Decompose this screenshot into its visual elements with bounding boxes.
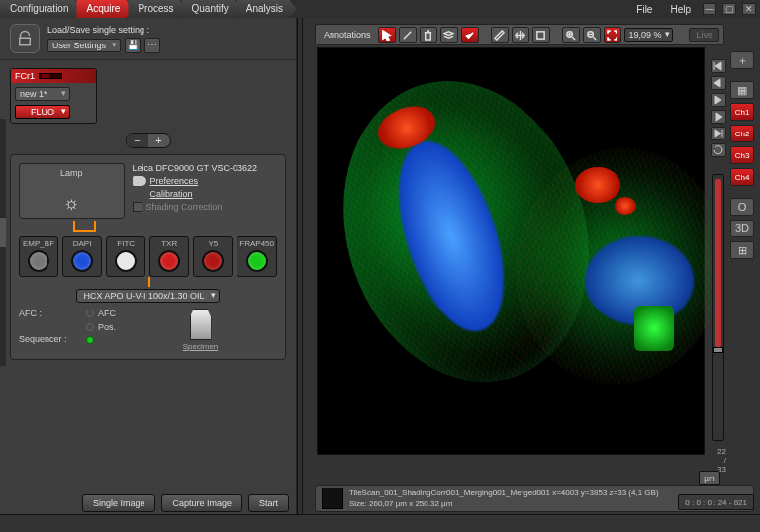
filter-row: EMP_BF DAPI FITC TXR Y5 FRAP450 bbox=[19, 236, 277, 277]
left-panel: Load/Save single setting : User Settings… bbox=[0, 18, 297, 514]
filter-dapi[interactable]: DAPI bbox=[62, 236, 102, 277]
filter-txr[interactable]: TXR bbox=[149, 236, 189, 277]
shading-correction-checkbox[interactable]: Shading Correction bbox=[133, 202, 277, 212]
status-bar bbox=[0, 514, 760, 532]
window-maximize-button[interactable]: ▢ bbox=[722, 3, 736, 15]
tab-process[interactable]: Process bbox=[128, 0, 187, 18]
afc-radio-pos[interactable]: Pos. bbox=[86, 322, 116, 332]
top-tab-bar: Configuration Acquire Process Quantify A… bbox=[0, 0, 760, 18]
thumbnail-icon bbox=[322, 488, 343, 509]
specimen-label[interactable]: Specimen bbox=[183, 342, 219, 351]
objective-icon bbox=[190, 309, 212, 340]
lock-icon[interactable] bbox=[10, 24, 40, 53]
afc-title: AFC : bbox=[19, 309, 78, 318]
filter-fitc[interactable]: FITC bbox=[106, 236, 145, 277]
playback-stack bbox=[711, 59, 726, 157]
camera-model: Leica DFC9000 GT VSC-03622 bbox=[133, 163, 277, 173]
annotations-label: Annotations bbox=[320, 30, 375, 40]
zoom-percentage[interactable]: 19,09 % bbox=[624, 28, 673, 42]
window-close-button[interactable]: ✕ bbox=[742, 3, 756, 15]
user-settings-select[interactable]: User Settings bbox=[48, 39, 121, 52]
prev-frame-button[interactable] bbox=[711, 76, 726, 90]
viewer-toolbar: Annotations 19,09 % Live bbox=[315, 24, 724, 45]
camera-calibration-link[interactable]: Calibration bbox=[150, 189, 277, 199]
fit-screen-button[interactable] bbox=[604, 27, 621, 43]
pointer-tool-button[interactable] bbox=[378, 27, 396, 43]
coordinate-readout: 0 : 0 : 0 : 24 ‑ 821 bbox=[678, 494, 754, 510]
right-button-stack: ＋ ▦ Ch1 Ch2 Ch3 Ch4 O 3D ⊞ bbox=[730, 51, 754, 259]
gallery-button[interactable]: ⊞ bbox=[730, 241, 754, 259]
load-save-title: Load/Save single setting : bbox=[48, 25, 160, 35]
camera-icon bbox=[133, 176, 146, 186]
skip-start-button[interactable] bbox=[711, 59, 726, 73]
image-size: Size: 260,07 µm x 250.32 µm bbox=[349, 498, 659, 509]
zoom-in-button[interactable] bbox=[562, 27, 580, 43]
tab-acquire[interactable]: Acquire bbox=[76, 0, 134, 18]
z-slider[interactable] bbox=[712, 174, 724, 441]
channel-intensity-slider[interactable] bbox=[39, 73, 62, 79]
sequencer-status bbox=[86, 336, 116, 344]
channel-ch1-button[interactable]: Ch1 bbox=[730, 103, 754, 121]
lamp-box[interactable]: Lamp ☼ bbox=[19, 163, 125, 219]
fluo-mode-button[interactable]: FLUO bbox=[15, 105, 70, 119]
channel-preset-select[interactable]: new 1* bbox=[15, 87, 70, 101]
confirm-annot-button[interactable] bbox=[461, 27, 479, 43]
grid-view-button[interactable]: ▦ bbox=[730, 81, 754, 99]
layers-button[interactable] bbox=[440, 27, 458, 43]
connector-line-2 bbox=[19, 277, 277, 287]
filter-y5[interactable]: Y5 bbox=[193, 236, 233, 277]
hardware-block: Lamp ☼ Leica DFC9000 GT VSC-03622 Prefer… bbox=[10, 154, 286, 360]
next-frame-button[interactable] bbox=[711, 110, 726, 124]
tab-configuration[interactable]: Configuration bbox=[0, 0, 82, 18]
play-button[interactable] bbox=[711, 93, 726, 107]
channel-block: FCr1 new 1* FLUO bbox=[10, 68, 97, 124]
objective-select[interactable]: HCX APO U-V-I 100x/1.30 OIL bbox=[76, 289, 219, 303]
draw-tool-button[interactable] bbox=[399, 27, 417, 43]
delete-annot-button[interactable] bbox=[420, 27, 437, 43]
connector-line bbox=[19, 221, 277, 234]
afc-radio-afc[interactable]: AFC bbox=[86, 309, 116, 318]
menu-help[interactable]: Help bbox=[664, 4, 697, 15]
filter-emp-bf[interactable]: EMP_BF bbox=[19, 236, 58, 277]
channel-ch4-button[interactable]: Ch4 bbox=[730, 168, 754, 186]
image-filename: TileScan_001_ShadingCorr001_Merging001_M… bbox=[349, 488, 659, 498]
live-button[interactable]: Live bbox=[689, 28, 719, 42]
add-channel-button[interactable]: ＋ bbox=[730, 51, 754, 69]
zoom-out-button[interactable] bbox=[583, 27, 601, 43]
ruler-tool-button[interactable] bbox=[491, 27, 509, 43]
tab-quantify[interactable]: Quantify bbox=[182, 0, 242, 18]
camera-preferences-link[interactable]: Preferences bbox=[133, 176, 277, 186]
single-image-button[interactable]: Single Image bbox=[82, 494, 156, 512]
loop-button[interactable] bbox=[711, 143, 726, 157]
channel-name: FCr1 bbox=[15, 71, 35, 81]
image-viewer[interactable] bbox=[317, 47, 705, 455]
plus-minus-toggle[interactable]: −+ bbox=[126, 133, 171, 148]
svg-rect-0 bbox=[537, 31, 544, 38]
3d-view-button[interactable]: 3D bbox=[730, 220, 754, 237]
settings-options-button[interactable]: ⋯ bbox=[144, 38, 160, 53]
tab-analysis[interactable]: Analysis bbox=[237, 0, 297, 18]
channel-ch3-button[interactable]: Ch3 bbox=[730, 146, 754, 164]
capture-image-button[interactable]: Capture Image bbox=[161, 494, 242, 512]
start-button[interactable]: Start bbox=[248, 494, 289, 512]
z-slider-label: 22/33 bbox=[717, 447, 726, 474]
menu-file[interactable]: File bbox=[630, 4, 658, 15]
filter-frap450[interactable]: FRAP450 bbox=[237, 236, 277, 277]
channel-ch2-button[interactable]: Ch2 bbox=[730, 125, 754, 142]
crop-tool-button[interactable] bbox=[532, 27, 550, 43]
skip-end-button[interactable] bbox=[711, 127, 726, 140]
left-scrollbar[interactable] bbox=[0, 119, 6, 366]
window-minimize-button[interactable]: — bbox=[703, 3, 716, 15]
lamp-icon: ☼ bbox=[63, 193, 80, 214]
overlay-button[interactable]: O bbox=[730, 198, 754, 216]
lamp-label: Lamp bbox=[60, 168, 83, 178]
sequencer-title: Sequencer : bbox=[19, 334, 78, 344]
unit-tab[interactable]: µm bbox=[699, 471, 720, 485]
pan-tool-button[interactable] bbox=[512, 27, 529, 43]
save-settings-button[interactable]: 💾 bbox=[125, 38, 141, 53]
